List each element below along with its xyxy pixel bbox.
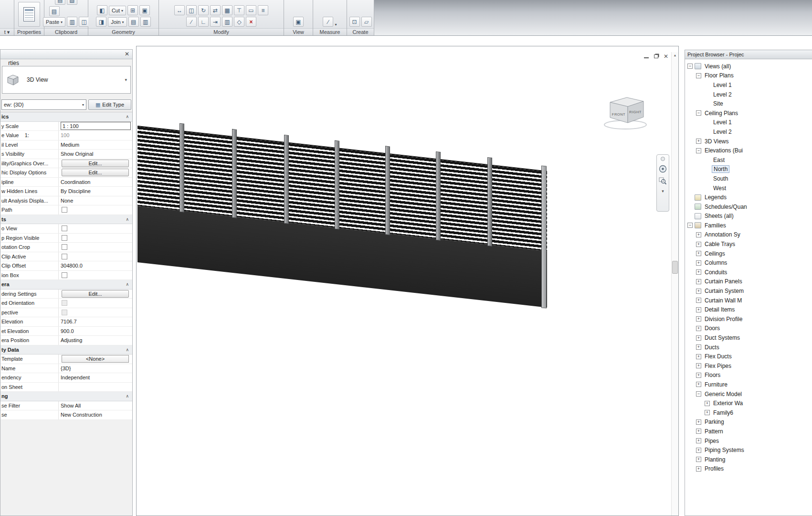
expand-icon[interactable]: +	[696, 251, 701, 256]
prop-value-cell[interactable]: Show Original	[59, 150, 132, 159]
fence-post[interactable]	[385, 146, 390, 235]
tree-item-profiles[interactable]: +Profiles	[685, 464, 812, 474]
tree-item-curtain-system[interactable]: +Curtain System	[685, 286, 812, 296]
expand-icon[interactable]: +	[696, 429, 701, 434]
expand-icon[interactable]: +	[696, 316, 701, 322]
fence-post[interactable]	[179, 123, 184, 213]
collapse-chevron-icon[interactable]: ∧	[126, 394, 129, 398]
prop-section-ts[interactable]: ts∧	[0, 215, 132, 225]
join-geometry-button[interactable]: Join▾	[108, 17, 127, 27]
prop-value-cell[interactable]	[59, 383, 132, 392]
expand-icon[interactable]: +	[696, 260, 701, 266]
tree-item-west[interactable]: West	[685, 183, 812, 193]
prop-value-input[interactable]: 1 : 100	[61, 122, 131, 130]
move-icon[interactable]: ↔	[174, 5, 185, 15]
tree-item-level-2[interactable]: Level 2	[685, 90, 812, 99]
expand-icon[interactable]: +	[696, 139, 701, 144]
expand-icon[interactable]: +	[696, 298, 701, 303]
navbar-more-icon[interactable]: ▾	[662, 189, 664, 194]
expand-icon[interactable]: +	[696, 438, 701, 443]
restore-icon[interactable]	[654, 54, 658, 58]
tree-item-planting[interactable]: +Planting	[685, 455, 812, 464]
zoom-icon[interactable]	[659, 177, 667, 185]
cope-icon[interactable]: ◧	[97, 5, 107, 15]
collapse-chevron-icon[interactable]: ∧	[126, 114, 129, 119]
vertical-scrollbar[interactable]: ▲	[671, 52, 678, 516]
prop-value-cell[interactable]: By Discipline	[59, 187, 132, 196]
prop-value-cell[interactable]	[59, 308, 132, 317]
checkbox[interactable]	[62, 254, 67, 259]
edit-button[interactable]: Edit...	[62, 290, 129, 298]
match-type-properties-icon[interactable]: ▥	[67, 17, 77, 27]
tree-item-schedules-quan[interactable]: Schedules/Quan	[685, 202, 812, 212]
expand-icon[interactable]: +	[696, 382, 701, 387]
prop-value-cell[interactable]: <None>	[59, 355, 132, 364]
tree-item-detail-items[interactable]: +Detail Items	[685, 305, 812, 314]
beam-joins-icon[interactable]: ▤	[128, 17, 139, 27]
collapse-icon[interactable]: −	[696, 391, 701, 397]
expand-icon[interactable]: +	[696, 373, 701, 378]
minimize-icon[interactable]	[644, 57, 649, 58]
prop-value-cell[interactable]: Edit...	[59, 290, 132, 299]
demolish-icon[interactable]: ▥	[140, 17, 151, 27]
expand-icon[interactable]: +	[696, 289, 701, 294]
expand-icon[interactable]: +	[705, 410, 710, 415]
expand-icon[interactable]: +	[696, 448, 701, 453]
edit-button[interactable]: Edit...	[62, 169, 129, 176]
prop-value-cell[interactable]	[59, 252, 132, 261]
thin-lines-icon[interactable]: ▣	[293, 17, 304, 27]
tree-item-piping-systems[interactable]: +Piping Systems	[685, 445, 812, 455]
prop-value-cell[interactable]	[59, 224, 132, 233]
prop-value-cell[interactable]	[59, 271, 132, 280]
prop-value-cell[interactable]: Coordination	[59, 178, 132, 187]
tree-item-duct-systems[interactable]: +Duct Systems	[685, 333, 812, 343]
tree-item-parking[interactable]: +Parking	[685, 418, 812, 427]
steering-wheel-icon[interactable]	[659, 165, 667, 173]
collapse-icon[interactable]: −	[696, 73, 701, 78]
chevron-down-icon[interactable]: ▾	[82, 103, 84, 107]
tree-item-family6[interactable]: +Family6	[685, 408, 812, 418]
tree-item-division-profile[interactable]: +Division Profile	[685, 314, 812, 324]
tree-item-families[interactable]: −Families	[685, 221, 812, 230]
region-icon[interactable]: ◇	[234, 17, 244, 27]
collapse-icon[interactable]: −	[687, 223, 693, 228]
tree-item-ceiling-plans[interactable]: −Ceiling Plans	[685, 108, 812, 118]
copy-to-clipboard-icon[interactable]: ▤	[55, 0, 65, 5]
view-type-combobox[interactable]: ew: {3D} ▾	[1, 99, 86, 110]
fence-post[interactable]	[436, 151, 441, 241]
expand-icon[interactable]: +	[696, 232, 701, 237]
delete-icon[interactable]: ×	[246, 17, 256, 27]
tree-item-level-1[interactable]: Level 1	[685, 80, 812, 90]
checkbox[interactable]	[62, 244, 67, 250]
tree-item-elevations-bui[interactable]: −Elevations (Bui	[685, 146, 812, 155]
cut-to-clipboard-icon[interactable]: ▧	[67, 0, 77, 5]
paint-icon[interactable]: ▣	[139, 5, 150, 15]
collapse-chevron-icon[interactable]: ∧	[126, 347, 129, 352]
checkbox[interactable]	[62, 235, 67, 241]
paste-options-icon[interactable]: ◫	[79, 17, 89, 27]
create-group-icon[interactable]: ⊡	[349, 17, 360, 27]
tree-item-flex-pipes[interactable]: +Flex Pipes	[685, 361, 812, 371]
tree-item-exterior-wa[interactable]: +Exterior Wa	[685, 398, 812, 408]
prop-value-cell[interactable]: 1 : 100	[59, 122, 132, 131]
expand-icon[interactable]: +	[705, 401, 710, 406]
tree-item-legends[interactable]: Legends	[685, 193, 812, 202]
prop-value-cell[interactable]	[59, 205, 132, 215]
3d-model-fence[interactable]	[137, 126, 547, 308]
tree-item-furniture[interactable]: +Furniture	[685, 380, 812, 389]
align-icon[interactable]: ≡	[258, 5, 268, 15]
split-icon[interactable]: ∕	[186, 17, 197, 27]
collapse-icon[interactable]: −	[687, 64, 693, 69]
expand-icon[interactable]: +	[696, 419, 701, 425]
prop-section-ics[interactable]: ics∧	[0, 112, 132, 122]
checkbox[interactable]	[62, 207, 67, 213]
prop-value-cell[interactable]: Adjusting	[59, 336, 132, 345]
type-selector[interactable]: 3D View ▾	[2, 66, 131, 94]
offset-icon[interactable]: ⇥	[210, 17, 221, 27]
close-icon[interactable]: ✕	[123, 51, 131, 58]
prop-value-cell[interactable]: None	[59, 196, 132, 205]
chevron-down-icon[interactable]: ▾	[125, 77, 127, 82]
prop-value-cell[interactable]: 900.0	[59, 327, 132, 336]
measure-icon[interactable]: ∕	[323, 17, 333, 27]
prop-value-cell[interactable]: 7106.7	[59, 317, 132, 326]
